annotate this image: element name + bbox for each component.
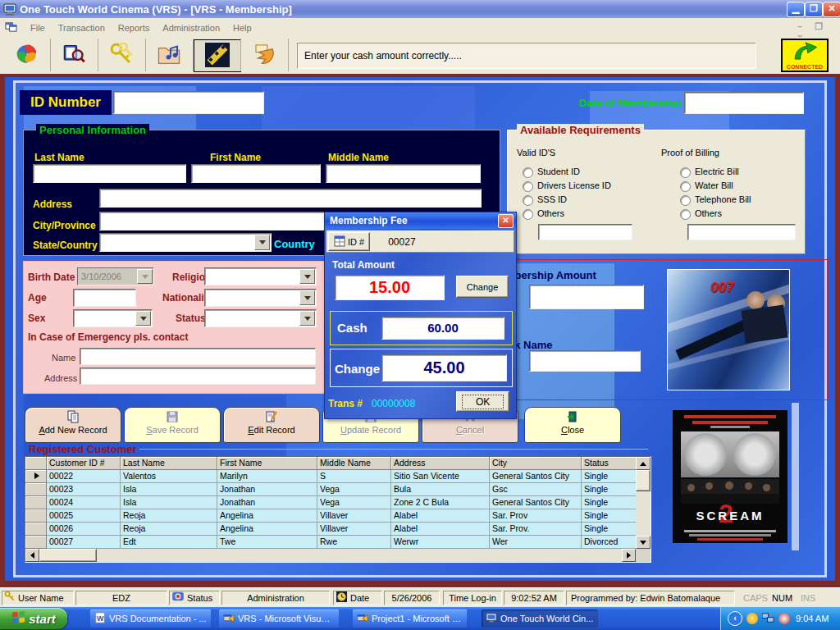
scroll-up-icon[interactable] — [636, 457, 651, 470]
minimize-button[interactable]: ▁ — [787, 2, 805, 17]
cell[interactable]: Single — [582, 470, 637, 483]
taskbar-item-vb2[interactable]: Project1 - Microsoft V... — [353, 609, 467, 628]
cell[interactable]: Sar. Prov — [490, 509, 582, 523]
date-of-membership-input[interactable] — [684, 92, 804, 114]
cell[interactable]: General Santos City — [490, 470, 582, 483]
toolbar-logo-button[interactable] — [3, 39, 49, 71]
radio-valid-others[interactable] — [523, 209, 533, 220]
cell[interactable]: 00025 — [47, 509, 121, 523]
cell[interactable]: Twe — [217, 536, 317, 549]
tray-status-icon[interactable] — [778, 613, 790, 624]
radio-proof-others[interactable] — [680, 209, 691, 220]
dialog-close-icon[interactable]: ✕ — [498, 214, 514, 228]
cell[interactable]: Single — [582, 483, 637, 496]
table-row[interactable]: 00027 Edt Twe Rwe Werwr Wer Divorced — [25, 536, 637, 549]
menu-reports[interactable]: Reports — [112, 23, 157, 33]
cell[interactable]: Villaver — [317, 509, 391, 523]
proof-others-input[interactable] — [687, 224, 796, 240]
column-header[interactable]: City — [490, 457, 582, 470]
toolbar-exit-button[interactable] — [241, 39, 287, 71]
taskbar-item-onetouch[interactable]: One Touch World Cin... — [482, 609, 598, 628]
horizontal-scrollbar[interactable] — [25, 549, 636, 562]
column-header[interactable]: Middle Name — [317, 457, 391, 470]
state-country-combobox[interactable] — [99, 233, 272, 252]
cell[interactable]: Angelina — [217, 509, 317, 523]
scroll-thumb[interactable] — [636, 470, 651, 491]
vertical-scrollbar[interactable] — [636, 457, 651, 549]
row-selector[interactable] — [25, 483, 47, 496]
restore-button[interactable]: ❐ — [805, 2, 823, 17]
toolbar-search-button[interactable] — [51, 39, 97, 71]
cell[interactable]: Gsc — [490, 483, 582, 496]
radio-drivers-license[interactable] — [523, 181, 533, 192]
change-button[interactable]: Change — [456, 276, 509, 298]
sex-combobox[interactable] — [73, 309, 153, 327]
cell[interactable]: Alabel — [391, 523, 490, 536]
id-number-input[interactable] — [113, 91, 264, 114]
nick-name-input[interactable] — [529, 350, 641, 372]
column-header[interactable]: Status — [582, 457, 637, 470]
marital-status-combobox[interactable] — [204, 309, 317, 327]
row-selector[interactable] — [25, 523, 47, 536]
column-header[interactable]: Address — [391, 457, 490, 470]
menu-administration[interactable]: Administration — [156, 23, 226, 33]
cell[interactable]: Reoja — [121, 509, 217, 523]
cell[interactable]: Wer — [490, 536, 582, 549]
cell[interactable]: Vega — [317, 496, 391, 509]
scroll-thumb[interactable] — [39, 549, 97, 562]
cell[interactable]: Single — [582, 523, 637, 536]
cell[interactable]: Bula — [391, 483, 490, 496]
cell[interactable]: 00026 — [47, 523, 121, 536]
cell[interactable]: Vega — [317, 483, 391, 496]
radio-electric-bill[interactable] — [680, 167, 691, 178]
chevron-down-icon[interactable] — [299, 311, 315, 326]
column-header[interactable]: Customer ID # — [47, 457, 121, 470]
ok-button[interactable]: OK — [456, 391, 509, 412]
radio-student-id[interactable] — [523, 167, 533, 178]
membership-amount-input[interactable] — [529, 285, 644, 309]
taskbar-item-word[interactable]: W VRS Documentation - ... — [90, 609, 211, 628]
cell[interactable]: Edt — [121, 536, 217, 549]
menu-file[interactable]: File — [24, 23, 52, 33]
radio-water-bill[interactable] — [680, 181, 691, 192]
chevron-down-icon[interactable] — [135, 311, 151, 326]
add-new-record-button[interactable]: Add New Record — [25, 407, 121, 443]
cell[interactable]: Divorced — [582, 536, 637, 549]
cell[interactable]: 00027 — [47, 536, 121, 549]
cell[interactable]: Angelina — [217, 523, 317, 536]
table-row[interactable]: 00022 Valentos Marilyn S Sitio San Vicen… — [25, 470, 637, 483]
cell[interactable]: 00023 — [47, 483, 121, 496]
column-header[interactable]: Last Name — [121, 457, 217, 470]
tray-network-icon[interactable] — [762, 613, 774, 625]
radio-sss-id[interactable] — [523, 195, 533, 206]
menu-transaction[interactable]: Transaction — [52, 23, 112, 33]
cell[interactable]: Single — [582, 509, 637, 523]
dialog-title-bar[interactable]: Membership Fee ✕ — [325, 212, 516, 229]
close-form-button[interactable]: Close — [524, 407, 621, 443]
table-row[interactable]: 00025 Reoja Angelina Villaver Alabel Sar… — [25, 509, 637, 523]
cash-input[interactable]: 60.00 — [381, 317, 504, 340]
menu-help[interactable]: Help — [226, 23, 258, 33]
chevron-down-icon[interactable] — [299, 269, 315, 284]
cell[interactable]: Reoja — [121, 523, 217, 536]
start-button[interactable]: start — [0, 608, 67, 629]
taskbar-item-vb1[interactable]: VRS - Microsoft Visual... — [219, 609, 339, 628]
cell[interactable]: Isla — [121, 483, 217, 496]
cell[interactable]: General Santos City — [490, 496, 582, 509]
cell[interactable]: Alabel — [391, 509, 490, 523]
table-row[interactable]: 00023 Isla Jonathan Vega Bula Gsc Single — [25, 483, 637, 496]
cell[interactable]: S — [317, 470, 391, 483]
id-number-button[interactable]: ID # — [328, 232, 370, 251]
cell[interactable]: Marilyn — [217, 470, 317, 483]
toolbar-film-button[interactable] — [194, 39, 241, 72]
cell[interactable]: Werwr — [391, 536, 490, 549]
cell[interactable]: Villaver — [317, 523, 391, 536]
cell[interactable]: 00022 — [47, 470, 121, 483]
emergency-address-input[interactable] — [80, 368, 316, 385]
cell[interactable]: Single — [582, 496, 637, 509]
tray-collapse-chevron-icon[interactable]: ‹ — [728, 611, 742, 626]
cell[interactable]: Sitio San Vicente — [391, 470, 490, 483]
first-name-input[interactable] — [191, 164, 321, 183]
scroll-down-icon[interactable] — [636, 536, 651, 549]
cell[interactable]: Sar. Prov. — [490, 523, 582, 536]
